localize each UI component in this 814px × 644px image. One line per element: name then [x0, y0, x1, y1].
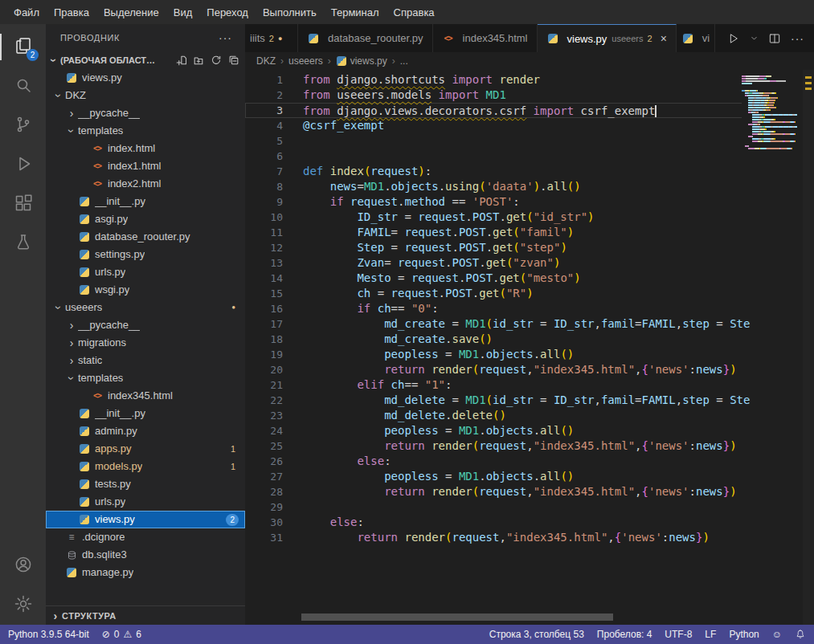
run-button[interactable] — [727, 32, 740, 45]
python-interpreter-status[interactable]: Python 3.9.5 64-bit — [8, 629, 89, 640]
code-line-6[interactable]: 6 — [245, 149, 814, 164]
tree-folder-static[interactable]: ›static — [46, 352, 245, 369]
code-line-15[interactable]: 15 ch = request.POST.get("R") — [245, 286, 814, 301]
code-editor[interactable]: 1from django.shortcuts import render2fro… — [245, 70, 814, 625]
tree-file-index345.html[interactable]: <>index345.html — [46, 387, 245, 405]
code-line-7[interactable]: 7def index(request): — [245, 164, 814, 179]
tree-file-wsgi.py[interactable]: wsgi.py — [46, 281, 245, 299]
activity-extensions-button[interactable] — [0, 185, 46, 224]
code-line-24[interactable]: 24 peopless = MD1.objects.all() — [245, 423, 814, 438]
tab-index345[interactable]: <>index345.html — [433, 24, 538, 52]
code-line-17[interactable]: 17 md_create = MD1(id_str = ID_str,famil… — [245, 316, 814, 332]
code-line-2[interactable]: 2from useeers.models import MD1 — [245, 88, 814, 103]
tree-folder-__pycache__[interactable]: ›__pycache__ — [46, 316, 245, 334]
vertical-scrollbar[interactable] — [803, 70, 814, 625]
breadcrumb-item[interactable]: views.py — [336, 55, 387, 67]
code-line-26[interactable]: 26 else: — [245, 454, 814, 469]
code-line-12[interactable]: 12 Step = request.POST.get("step") — [245, 240, 814, 255]
code-line-18[interactable]: 18 md_create.save() — [245, 332, 814, 347]
code-line-1[interactable]: 1from django.shortcuts import render — [245, 72, 814, 88]
run-dropdown-icon[interactable] — [750, 34, 759, 43]
tree-folder-DKZ[interactable]: ›DKZ — [46, 87, 245, 104]
code-line-8[interactable]: 8 news=MD1.objects.using('daata').all() — [245, 179, 814, 194]
collapse-all-icon[interactable] — [227, 54, 240, 67]
menu-item-3[interactable]: Вид — [166, 3, 200, 22]
code-line-22[interactable]: 22 md_delete = MD1(id_str = ID_str,famil… — [245, 393, 814, 408]
menu-item-0[interactable]: Файл — [6, 3, 47, 22]
code-line-3[interactable]: 3from django.views.decorators.csrf impor… — [245, 103, 814, 118]
tree-file-views.py[interactable]: views.py — [46, 69, 245, 87]
menu-item-1[interactable]: Правка — [47, 3, 96, 22]
menu-item-7[interactable]: Справка — [387, 3, 442, 22]
close-tab-icon[interactable]: × — [661, 32, 667, 45]
tab-database_roouter[interactable]: database_roouter.py — [298, 24, 433, 52]
code-line-23[interactable]: 23 md_delete.delete() — [245, 408, 814, 423]
tree-folder-useeers[interactable]: ›useeers● — [46, 299, 245, 316]
tree-file-apps.py[interactable]: apps.py1 — [46, 440, 245, 458]
tree-file-settings.py[interactable]: settings.py — [46, 246, 245, 263]
tree-file-views.py[interactable]: views.py2 — [46, 511, 245, 528]
tree-file-urls.py[interactable]: urls.py — [46, 493, 245, 511]
tree-file-index.html[interactable]: <>index.html — [46, 140, 245, 157]
activity-settings-button[interactable] — [0, 585, 46, 625]
activity-account-button[interactable] — [0, 546, 46, 585]
tree-file-tests.py[interactable]: tests.py — [46, 475, 245, 493]
code-line-14[interactable]: 14 Mesto = request.POST.get("mesto") — [245, 271, 814, 286]
encoding-status[interactable]: UTF-8 — [665, 629, 692, 640]
code-line-5[interactable]: 5 — [245, 133, 814, 149]
code-line-4[interactable]: 4@csrf_exempt — [245, 118, 814, 133]
feedback-smiley-icon[interactable]: ☺ — [772, 629, 782, 640]
breadcrumb-item[interactable]: ... — [400, 55, 408, 67]
tree-folder-templates[interactable]: ›templates — [46, 369, 245, 387]
language-mode-status[interactable]: Python — [729, 629, 759, 640]
code-line-20[interactable]: 20 return render(request,"index345.html"… — [245, 362, 814, 377]
new-folder-icon[interactable] — [192, 54, 205, 67]
code-line-29[interactable]: 29 — [245, 499, 814, 515]
code-line-28[interactable]: 28 return render(request,"index345.html"… — [245, 484, 814, 499]
tree-file-index1.html[interactable]: <>index1.html — [46, 157, 245, 175]
activity-explorer-button[interactable]: 2 — [0, 27, 46, 67]
tree-file-.dcignore[interactable]: ≡.dcignore — [46, 528, 245, 546]
outline-section-header[interactable]: › СТРУКТУРА — [46, 605, 245, 625]
explorer-more-actions-button[interactable]: ··· — [219, 31, 232, 44]
activity-run-debug-button[interactable] — [0, 145, 46, 185]
breadcrumb-item[interactable]: useeers — [288, 55, 323, 67]
code-line-10[interactable]: 10 ID_str = request.POST.get("id_str") — [245, 210, 814, 225]
breadcrumb-item[interactable]: DKZ — [256, 55, 276, 67]
tree-file-models.py[interactable]: models.py1 — [46, 458, 245, 475]
code-line-13[interactable]: 13 Zvan= request.POST.get("zvan") — [245, 255, 814, 271]
code-line-11[interactable]: 11 FAMIL= request.POST.get("famil") — [245, 225, 814, 240]
more-actions-button[interactable]: ··· — [791, 32, 804, 45]
tree-file-admin.py[interactable]: admin.py — [46, 422, 245, 440]
activity-source-control-button[interactable] — [0, 106, 46, 145]
tree-file-__init__.py[interactable]: __init__.py — [46, 193, 245, 210]
code-line-21[interactable]: 21 elif ch== "1": — [245, 377, 814, 393]
code-line-9[interactable]: 9 if request.method == 'POST': — [245, 194, 814, 210]
split-editor-button[interactable] — [768, 32, 781, 45]
tree-file-urls.py[interactable]: urls.py — [46, 263, 245, 281]
tree-file-__init__.py[interactable]: __init__.py — [46, 405, 245, 422]
problems-status[interactable]: ⊘ 0 ⚠ 6 — [102, 629, 141, 640]
horizontal-scrollbar[interactable] — [301, 613, 613, 621]
menu-item-2[interactable]: Выделение — [96, 3, 166, 22]
activity-search-button[interactable] — [0, 67, 46, 106]
tab-partial-right[interactable]: vi — [677, 24, 715, 52]
code-line-31[interactable]: 31 return render(request,"index345.html"… — [245, 530, 814, 545]
new-file-icon[interactable] — [174, 54, 187, 67]
tree-file-manage.py[interactable]: manage.py — [46, 564, 245, 581]
tree-file-asgi.py[interactable]: asgi.py — [46, 210, 245, 228]
tree-file-index2.html[interactable]: <>index2.html — [46, 175, 245, 193]
notifications-bell-icon[interactable] — [795, 629, 806, 640]
refresh-icon[interactable] — [210, 54, 223, 67]
code-line-25[interactable]: 25 return render(request,"index345.html"… — [245, 438, 814, 454]
tree-folder-__pycache__[interactable]: ›__pycache__ — [46, 104, 245, 122]
menu-item-4[interactable]: Переход — [199, 3, 256, 22]
tree-file-db.sqlite3[interactable]: db.sqlite3 — [46, 546, 245, 564]
cursor-position-status[interactable]: Строка 3, столбец 53 — [489, 629, 584, 640]
code-line-30[interactable]: 30 else: — [245, 515, 814, 530]
workspace-section-header[interactable]: › (РАБОЧАЯ ОБЛАСТЬ) ... — [46, 51, 245, 69]
code-line-27[interactable]: 27 peopless = MD1.objects.all() — [245, 469, 814, 484]
tab-partial-left[interactable]: iiits2● — [245, 24, 298, 52]
eol-status[interactable]: LF — [705, 629, 716, 640]
indentation-status[interactable]: Пробелов: 4 — [597, 629, 652, 640]
